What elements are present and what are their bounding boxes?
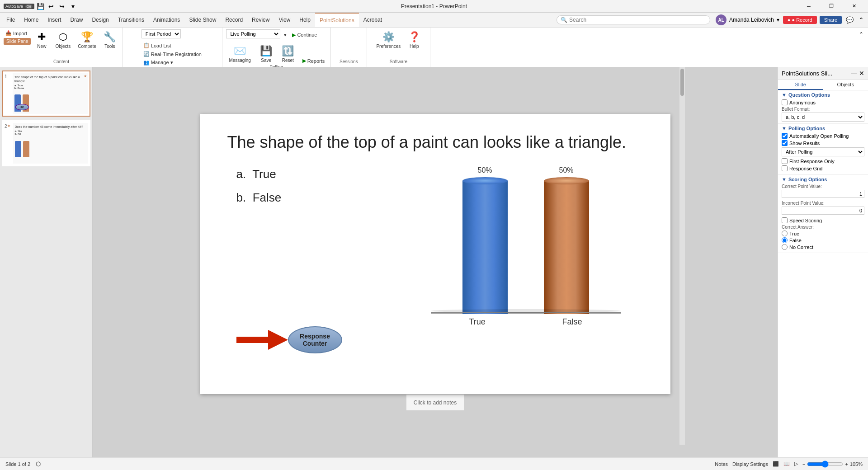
- panel-tab-objects[interactable]: Objects: [823, 80, 868, 90]
- incorrect-point-label: Incorrect Point Value:: [782, 201, 864, 206]
- period-dropdown[interactable]: First Period: [142, 29, 181, 38]
- slide-thumbnail-1[interactable]: 1 ★ The shape of the top of a paint can …: [2, 70, 90, 117]
- zoom-slider[interactable]: [807, 461, 843, 468]
- response-counter-label: Response Counter: [289, 333, 341, 347]
- bullet-format-select[interactable]: a, b, c, d: [782, 113, 864, 122]
- show-results-when-select[interactable]: After Polling: [782, 147, 864, 156]
- zoom-level[interactable]: 105%: [850, 461, 863, 467]
- panel-tab-slide[interactable]: Slide: [778, 80, 823, 90]
- response-counter-button[interactable]: Response Counter: [288, 326, 342, 353]
- response-grid-checkbox[interactable]: [782, 165, 788, 171]
- polling-dropdown-icon[interactable]: ▾: [282, 31, 288, 39]
- user-dropdown-icon[interactable]: ▾: [777, 17, 779, 23]
- preferences-button[interactable]: ⚙️ Preferences: [373, 29, 403, 51]
- auto-open-checkbox[interactable]: [782, 133, 788, 139]
- autosave-badge[interactable]: AutoSave Off: [4, 4, 34, 9]
- reading-view-icon[interactable]: 📖: [783, 461, 790, 467]
- slide-pane-button[interactable]: Slide Pane: [4, 38, 31, 45]
- accessibility-icon[interactable]: ⬡: [36, 461, 41, 467]
- messaging-button[interactable]: ✉️ Messaging: [226, 43, 253, 65]
- reports-button[interactable]: ▶ Reports: [301, 57, 327, 65]
- save-icon[interactable]: 💾: [35, 1, 45, 11]
- tab-draw[interactable]: Draw: [66, 13, 87, 27]
- save-button[interactable]: 💾 Save: [257, 43, 275, 65]
- tab-acrobat[interactable]: Acrobat: [359, 13, 387, 27]
- display-settings-button[interactable]: Display Settings: [732, 461, 768, 467]
- zoom-out-icon[interactable]: −: [802, 461, 805, 467]
- bar-true-body: [462, 181, 508, 314]
- tab-help[interactable]: Help: [295, 13, 315, 27]
- notes-button[interactable]: Notes: [715, 461, 728, 467]
- first-response-checkbox[interactable]: [782, 158, 788, 164]
- restore-button[interactable]: ❐: [821, 0, 842, 13]
- tab-pointsolutions[interactable]: PointSolutions: [315, 13, 359, 27]
- search-input[interactable]: [569, 17, 706, 23]
- polling-mode-dropdown[interactable]: Live Polling: [226, 29, 280, 38]
- polling-options-title[interactable]: ▼ Polling Options: [782, 126, 864, 131]
- manage-button[interactable]: 👥 Manage ▾: [142, 59, 203, 66]
- customize-icon[interactable]: ▾: [68, 1, 78, 11]
- search-bar[interactable]: 🔍: [557, 15, 710, 24]
- tab-slideshow[interactable]: Slide Show: [184, 13, 221, 27]
- correct-false-radio[interactable]: [782, 237, 788, 243]
- scoring-options-title[interactable]: ▼ Scoring Options: [782, 177, 864, 182]
- manage-icon: 👥: [143, 60, 150, 66]
- autosave-toggle[interactable]: Off: [25, 5, 33, 9]
- correct-true-radio[interactable]: [782, 230, 788, 236]
- tools-button[interactable]: 🔧 Tools: [101, 29, 119, 51]
- correct-none-radio[interactable]: [782, 244, 788, 250]
- zoom-in-icon[interactable]: +: [845, 461, 848, 467]
- slideshow-view-icon[interactable]: ▷: [794, 461, 798, 467]
- speed-scoring-checkbox[interactable]: [782, 217, 788, 223]
- correct-false-label: False: [789, 238, 802, 243]
- question-options-title[interactable]: ▼ Question Options: [782, 92, 864, 98]
- redo-icon[interactable]: ↪: [57, 1, 67, 11]
- ribbon-group-content: 📥 Import Slide Pane ✚ New ⬡ Objects 🏆 Co…: [0, 28, 123, 67]
- scrollbar-thumb[interactable]: [680, 69, 684, 96]
- objects-button[interactable]: ⬡ Objects: [52, 29, 73, 51]
- slide-number-1: 1: [5, 73, 10, 114]
- collapse-ribbon-icon[interactable]: ⌃: [856, 15, 866, 25]
- incorrect-point-input[interactable]: [782, 207, 864, 215]
- tab-design[interactable]: Design: [87, 13, 113, 27]
- minimize-button[interactable]: ─: [798, 0, 819, 13]
- correct-point-input[interactable]: [782, 190, 864, 198]
- collapse-icon[interactable]: ⌃: [856, 29, 866, 39]
- chat-icon[interactable]: 💬: [844, 15, 854, 25]
- anonymous-checkbox[interactable]: [782, 99, 788, 105]
- share-button[interactable]: Share: [820, 16, 842, 24]
- slide-panel: 1 ★ The shape of the top of a paint can …: [0, 67, 93, 457]
- search-icon: 🔍: [561, 17, 567, 23]
- response-grid-row: Response Grid: [782, 165, 864, 171]
- tab-file[interactable]: File: [2, 13, 19, 27]
- show-results-checkbox[interactable]: [782, 140, 788, 146]
- tab-insert[interactable]: Insert: [43, 13, 66, 27]
- load-list-button[interactable]: 📋 Load List: [142, 42, 203, 49]
- tab-animations[interactable]: Animations: [149, 13, 184, 27]
- tab-record[interactable]: Record: [221, 13, 247, 27]
- compete-button[interactable]: 🏆 Compete: [75, 29, 99, 51]
- real-time-button[interactable]: 🔄 Real-Time Registration: [142, 50, 203, 58]
- tab-transitions[interactable]: Transitions: [113, 13, 149, 27]
- panel-close-icon[interactable]: ✕: [859, 70, 864, 77]
- record-share-area: ● ● Record Share: [783, 16, 842, 24]
- slide-thumbnail-2[interactable]: 2★ Does the number 45 come immediately a…: [2, 120, 90, 166]
- tab-home[interactable]: Home: [19, 13, 43, 27]
- slide-notes[interactable]: Click to add notes: [406, 394, 464, 410]
- reset-button[interactable]: 🔃 Reset: [279, 43, 297, 65]
- slide-scrollbar[interactable]: [679, 67, 685, 445]
- close-button[interactable]: ✕: [844, 0, 864, 13]
- normal-view-icon[interactable]: ⬛: [773, 461, 779, 467]
- continue-button[interactable]: ▶ Continue: [290, 31, 319, 39]
- import-button[interactable]: 📥 Import: [4, 29, 29, 37]
- chart-bar-no-thumb: [23, 141, 29, 157]
- undo-icon[interactable]: ↩: [46, 1, 56, 11]
- record-button[interactable]: ● ● Record: [783, 16, 817, 24]
- new-button[interactable]: ✚ New: [33, 29, 51, 51]
- tab-view[interactable]: View: [274, 13, 295, 27]
- bar-false-body: [544, 181, 589, 314]
- tab-review[interactable]: Review: [247, 13, 274, 27]
- help-button[interactable]: ❓ Help: [405, 29, 423, 51]
- show-results-row: Show Results: [782, 140, 864, 146]
- panel-collapse-icon[interactable]: —: [851, 70, 857, 77]
